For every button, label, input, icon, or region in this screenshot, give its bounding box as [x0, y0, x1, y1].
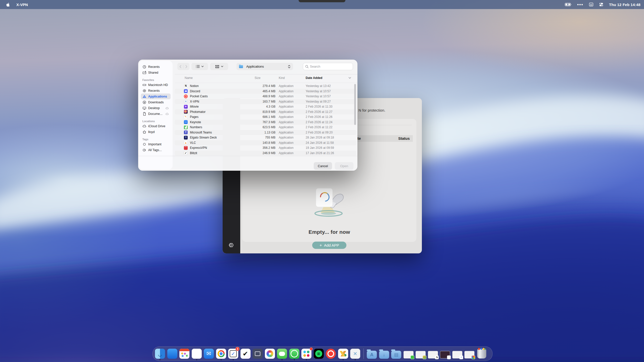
- sidebar-item-icloud-drive[interactable]: iCloud Drive: [141, 123, 171, 129]
- sort-chevron-icon[interactable]: [348, 77, 351, 79]
- table-row[interactable]: Photomator819.9 MBApplication2 Feb 2026 …: [175, 109, 356, 115]
- file-date-added: Yesterday at 10:57: [306, 95, 331, 98]
- table-row[interactable]: ★iMovie4.3 GBApplication2 Feb 2026 at 11…: [175, 104, 356, 109]
- search-field[interactable]: [303, 63, 353, 70]
- table-row[interactable]: Pocket Casts488.9 MBApplicationYesterday…: [175, 94, 356, 99]
- table-row[interactable]: ▲VLC140.8 MBApplication24 Jan 2026 at 11…: [175, 140, 356, 146]
- dock-item-things[interactable]: 3: [228, 348, 238, 359]
- column-header-size[interactable]: Size: [255, 76, 260, 80]
- spotify-icon: [314, 349, 324, 359]
- open-button[interactable]: Open: [335, 162, 353, 170]
- table-row[interactable]: ▭Keynote767.3 MBApplication2 Feb 2026 at…: [175, 120, 356, 125]
- table-row[interactable]: TMicrosoft Teams1.13 GBApplication2 Feb …: [175, 130, 356, 135]
- things-window-icon: [452, 351, 462, 358]
- discord-app-icon: [184, 89, 188, 93]
- dock-item-capture-app[interactable]: [253, 348, 263, 359]
- column-header-date-added[interactable]: Date Added: [306, 76, 322, 80]
- sidebar-item-shared[interactable]: Shared: [141, 70, 171, 75]
- file-name: Discord: [190, 89, 200, 93]
- file-name: iMovie: [190, 105, 199, 108]
- dock-item-notion[interactable]: [192, 348, 202, 359]
- apple-logo-icon[interactable]: [6, 3, 10, 7]
- dock-item-documents-folder[interactable]: ▤: [391, 348, 401, 359]
- dock-item-app-store[interactable]: [167, 348, 177, 359]
- dock-separator: [364, 348, 364, 359]
- sidebar-item-lloyd[interactable]: lloyd: [141, 129, 171, 135]
- settings-gear-icon[interactable]: [227, 241, 235, 249]
- dock-item-ads-app[interactable]: [338, 348, 348, 359]
- dock-item-photos[interactable]: [265, 348, 275, 359]
- file-kind: Application: [279, 151, 294, 155]
- dock-item-calendar[interactable]: [179, 348, 189, 359]
- sidebar-item-docume-[interactable]: Docume...: [141, 111, 171, 117]
- dock-item-notion-window[interactable]: [428, 348, 438, 359]
- check-app-icon: [240, 349, 251, 359]
- group-view-icon: [215, 65, 219, 68]
- column-header-kind[interactable]: Kind: [279, 76, 285, 80]
- table-row[interactable]: Discord465.4 MBApplicationYesterday at 1…: [175, 89, 356, 94]
- column-header-name[interactable]: Name: [185, 76, 193, 80]
- notion-window-badge-icon: [435, 355, 439, 359]
- status-column-label: Status: [398, 136, 410, 141]
- dock-item-chrome[interactable]: [216, 348, 226, 359]
- list-view-button[interactable]: [191, 63, 208, 70]
- table-row[interactable]: ✕X-VPN163.7 MBApplicationYesterday at 09…: [175, 99, 356, 104]
- dock-item-finder[interactable]: [155, 348, 165, 359]
- calendar-menu-icon[interactable]: 12: [589, 3, 593, 7]
- sidebar-item-recents[interactable]: Recents: [141, 64, 171, 70]
- file-size: 279.4 MB: [245, 84, 275, 88]
- list-scrollbar[interactable]: [354, 84, 356, 125]
- dock-item-trash[interactable]: [477, 348, 487, 359]
- file-name: Notion: [190, 84, 199, 88]
- table-row[interactable]: ✔Blitzit246.9 MBApplication17 Jan 2026 a…: [175, 151, 356, 156]
- dock-item-whatsapp[interactable]: [289, 348, 299, 359]
- dock-item-spotify[interactable]: [314, 348, 324, 359]
- control-center-icon[interactable]: [599, 3, 603, 7]
- dock-item-x-vpn[interactable]: [350, 348, 360, 359]
- add-app-button[interactable]: + Add APP: [312, 242, 346, 249]
- sidebar-item-all-tags-[interactable]: All Tags...: [141, 147, 171, 153]
- file-name: Keynote: [190, 120, 201, 124]
- table-row[interactable]: ▟Numbers623.5 MBApplication2 Feb 2026 at…: [175, 125, 356, 130]
- dock-item-applications-folder[interactable]: A: [367, 348, 377, 359]
- table-row[interactable]: ⠿Elgato Stream Deck755 MBApplication28 J…: [175, 135, 356, 140]
- dock-item-messages[interactable]: [277, 348, 287, 359]
- sidebar-item-macintosh-hd[interactable]: Macintosh HD: [141, 82, 171, 88]
- file-date-added: 28 Jan 2026 at 09:18: [306, 136, 334, 139]
- dock-item-mail[interactable]: [204, 348, 214, 359]
- dock-item-messages-window[interactable]: [404, 348, 414, 359]
- dock-item-pocket-casts[interactable]: [326, 348, 336, 359]
- file-size: 623.5 MB: [245, 125, 275, 129]
- group-view-button[interactable]: [210, 63, 228, 70]
- ellipsis-menu-icon[interactable]: •••: [577, 2, 583, 7]
- dock-item-slack[interactable]: [301, 348, 311, 359]
- dock-item-things-window[interactable]: [452, 348, 462, 359]
- active-app-name[interactable]: X-VPN: [16, 3, 28, 7]
- menu-clock[interactable]: Thu 12 Feb 14:48: [609, 3, 640, 7]
- running-indicator-dot: [306, 359, 307, 360]
- dock-item-downloads-folder[interactable]: ↓: [379, 348, 389, 359]
- table-row[interactable]: ✎Pages686.1 MBApplication2 Feb 2026 at 1…: [175, 114, 356, 120]
- sidebar-item-label: Applications: [148, 95, 167, 98]
- dock-item-chrome-window[interactable]: [464, 348, 474, 359]
- table-row[interactable]: NNotion279.4 MBApplicationYesterday at 1…: [175, 83, 356, 89]
- sidebar-item-desktop[interactable]: Desktop: [141, 105, 171, 111]
- sidebar-section-locations: Locations: [142, 120, 169, 123]
- battery-charging-icon[interactable]: [565, 3, 572, 6]
- sidebar-item-important[interactable]: Important: [141, 141, 171, 147]
- dock-item-slack-window[interactable]: [440, 348, 450, 359]
- dock-item-check-app[interactable]: [240, 348, 251, 359]
- running-indicator-dot: [343, 359, 344, 360]
- nav-buttons[interactable]: [177, 63, 189, 70]
- sidebar-item-recents[interactable]: Recents: [141, 88, 171, 94]
- blitzit-app-icon: ✔: [184, 151, 188, 155]
- search-input[interactable]: [310, 65, 348, 68]
- sidebar-item-applications[interactable]: Applications: [141, 94, 171, 99]
- cloud-sync-icon: [165, 112, 169, 115]
- location-dropdown[interactable]: Applications: [236, 63, 293, 70]
- cancel-button[interactable]: Cancel: [314, 162, 332, 170]
- table-row[interactable]: ⌒ExpressVPN356.2 MBApplication19 Jan 202…: [175, 145, 356, 151]
- dock-item-ads-window[interactable]: [416, 348, 426, 359]
- sidebar-item-label: Desktop: [148, 106, 160, 110]
- sidebar-item-downloads[interactable]: Downloads: [141, 99, 171, 105]
